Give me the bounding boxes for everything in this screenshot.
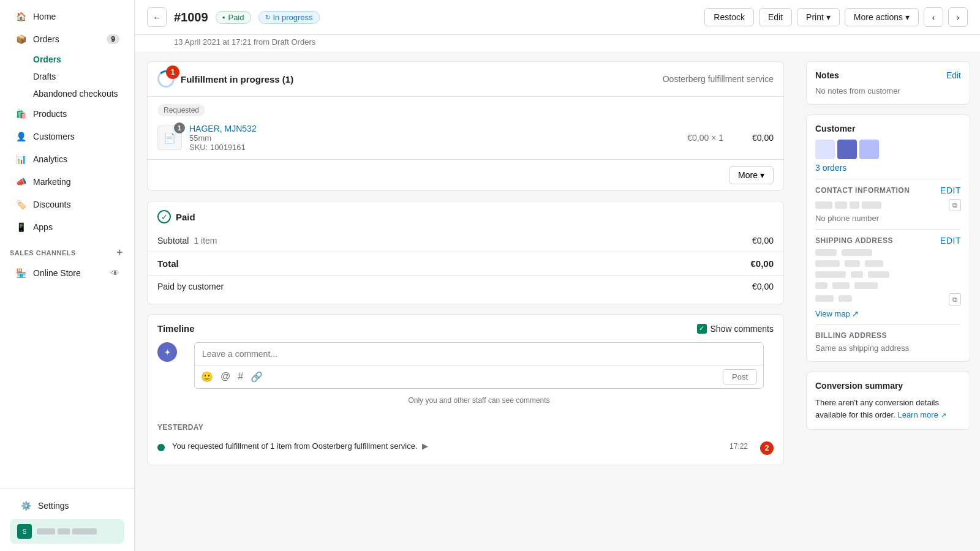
orders-submenu: Orders Drafts Abandoned checkouts bbox=[0, 51, 134, 102]
total-spacer bbox=[179, 258, 751, 269]
shipping-subtitle: SHIPPING ADDRESS bbox=[815, 236, 893, 245]
product-total: €0,00 bbox=[731, 133, 774, 143]
conversion-card: Conversion summary There aren't any conv… bbox=[806, 372, 970, 430]
product-name-link[interactable]: HAGER, MJN532 bbox=[189, 124, 257, 133]
paid-by-label: Paid by customer bbox=[157, 282, 224, 291]
timeline-entry-1-line bbox=[157, 441, 165, 451]
order-number: #1009 bbox=[174, 10, 208, 24]
sidebar-item-products[interactable]: 🛍️ Products bbox=[5, 103, 129, 125]
emoji-icon[interactable]: 🙂 bbox=[201, 371, 213, 383]
sidebar-item-analytics[interactable]: 📊 Analytics bbox=[5, 148, 129, 170]
sidebar-item-apps[interactable]: 📱 Apps bbox=[5, 216, 129, 238]
content-area: 1 Fulfillment in progress (1) Oosterberg… bbox=[135, 51, 980, 551]
total-value: €0,00 bbox=[750, 258, 774, 269]
paid-by-row: Paid by customer €0,00 bbox=[148, 275, 783, 295]
show-comments-checkbox[interactable]: ✓ bbox=[697, 324, 707, 334]
contact-email-row: ⧉ bbox=[815, 199, 961, 211]
main-column: 1 Fulfillment in progress (1) Oosterberg… bbox=[135, 51, 796, 551]
edit-button[interactable]: Edit bbox=[759, 8, 792, 26]
billing-title: BILLING ADDRESS bbox=[815, 331, 887, 340]
view-map-link[interactable]: View map ↗ bbox=[815, 309, 961, 318]
addr-blur-13 bbox=[839, 295, 852, 302]
notes-empty: No notes from customer bbox=[815, 86, 961, 96]
contact-edit-button[interactable]: Edit bbox=[940, 186, 961, 195]
sidebar-item-customers[interactable]: 👤 Customers bbox=[5, 126, 129, 148]
copy-address-button[interactable]: ⧉ bbox=[949, 293, 961, 305]
paid-header: ✓ Paid bbox=[148, 201, 783, 232]
conversion-title: Conversion summary bbox=[815, 381, 903, 391]
more-button[interactable]: More ▾ bbox=[729, 166, 774, 184]
timeline-header: Timeline ✓ Show comments bbox=[148, 315, 783, 342]
contact-subtitle: CONTACT INFORMATION bbox=[815, 186, 910, 195]
timeline-notification-badge: 2 bbox=[760, 441, 774, 455]
customer-avatar-2 bbox=[837, 140, 857, 159]
addr-blur-8 bbox=[868, 271, 889, 278]
sidebar-item-settings[interactable]: ⚙️ Settings bbox=[10, 495, 124, 517]
main-content: ← #1009 Paid In progress Restock Edit Pr… bbox=[135, 0, 980, 551]
attachment-icon[interactable]: 🔗 bbox=[251, 371, 263, 383]
product-thumb-icon: 📄 bbox=[164, 132, 176, 144]
addr-blur-2 bbox=[842, 249, 872, 256]
shipping-edit-button[interactable]: Edit bbox=[940, 236, 961, 246]
email-blur-2 bbox=[835, 201, 847, 209]
sidebar-nav: 🏠 Home 📦 Orders 9 Orders Drafts Abandone… bbox=[0, 0, 134, 489]
divider-2 bbox=[815, 229, 961, 230]
sidebar-subitem-abandoned[interactable]: Abandoned checkouts bbox=[28, 85, 134, 102]
addr-blur-4 bbox=[845, 260, 860, 267]
next-order-button[interactable]: › bbox=[948, 7, 968, 27]
sidebar-item-online-store[interactable]: 🏪 Online Store 👁 bbox=[5, 262, 129, 284]
sidebar-item-discounts[interactable]: 🏷️ Discounts bbox=[5, 193, 129, 216]
paid-by-spacer bbox=[224, 282, 752, 291]
contact-email-blurs bbox=[815, 201, 944, 209]
address-line-1 bbox=[815, 249, 961, 258]
sidebar-subitem-orders[interactable]: Orders bbox=[28, 51, 134, 68]
subtotal-row: Subtotal 1 item €0,00 bbox=[148, 232, 783, 249]
sidebar-item-orders[interactable]: 📦 Orders 9 bbox=[5, 28, 129, 50]
comment-input[interactable] bbox=[195, 343, 763, 365]
comment-toolbar: 🙂 @ # 🔗 Post bbox=[195, 365, 763, 388]
timeline-entry-1: You requested fulfillment of 1 item from… bbox=[148, 437, 783, 460]
sidebar-subitem-drafts[interactable]: Drafts bbox=[28, 68, 134, 85]
analytics-icon: 📊 bbox=[15, 153, 27, 165]
more-button-label: More bbox=[738, 170, 758, 180]
copy-email-button[interactable]: ⧉ bbox=[949, 199, 961, 211]
print-button[interactable]: Print ▾ bbox=[797, 8, 840, 26]
total-label: Total bbox=[157, 258, 179, 269]
header-actions: Restock Edit Print ▾ More actions ▾ ‹ › bbox=[704, 7, 968, 27]
address-line-3 bbox=[815, 271, 961, 280]
back-button[interactable]: ← bbox=[147, 7, 167, 27]
show-comments-toggle[interactable]: ✓ Show comments bbox=[697, 324, 774, 334]
subtotal-label: Subtotal bbox=[157, 236, 189, 246]
more-chevron-icon: ▾ bbox=[760, 170, 764, 180]
product-variant: 55mm bbox=[189, 133, 680, 143]
hashtag-icon[interactable]: # bbox=[238, 371, 243, 383]
product-row: 📄 1 HAGER, MJN532 55mm SKU: 10019161 €0,… bbox=[148, 116, 783, 159]
learn-more-link[interactable]: Learn more bbox=[897, 410, 938, 419]
customer-orders-link[interactable]: 3 orders bbox=[815, 163, 846, 173]
timeline-title: Timeline bbox=[157, 323, 195, 334]
mention-icon[interactable]: @ bbox=[221, 371, 230, 383]
marketing-icon: 📣 bbox=[15, 176, 27, 188]
page-header: ← #1009 Paid In progress Restock Edit Pr… bbox=[135, 0, 980, 35]
notes-edit-button[interactable]: Edit bbox=[946, 70, 961, 80]
restock-button[interactable]: Restock bbox=[704, 8, 754, 26]
timeline-section-yesterday: YESTERDAY bbox=[148, 418, 783, 437]
sidebar-item-marketing[interactable]: 📣 Marketing bbox=[5, 171, 129, 193]
customer-avatar-3 bbox=[859, 140, 879, 159]
sidebar-item-home[interactable]: 🏠 Home bbox=[5, 6, 129, 28]
entry1-expand-icon[interactable]: ▶ bbox=[422, 441, 428, 451]
prev-order-button[interactable]: ‹ bbox=[924, 7, 943, 27]
addr-blur-5 bbox=[865, 260, 883, 267]
add-sales-channel-button[interactable]: ＋ bbox=[115, 246, 125, 259]
sidebar-item-label: Customers bbox=[33, 132, 119, 141]
fulfillment-notification-badge: 1 bbox=[166, 66, 179, 79]
online-store-icon: 🏪 bbox=[15, 267, 27, 279]
online-store-visibility-icon[interactable]: 👁 bbox=[111, 268, 119, 278]
divider-1 bbox=[815, 179, 961, 179]
sidebar-item-label: Discounts bbox=[33, 200, 119, 209]
billing-subtitle: BILLING ADDRESS bbox=[815, 331, 961, 340]
post-button[interactable]: Post bbox=[723, 369, 757, 384]
more-actions-button[interactable]: More actions ▾ bbox=[845, 8, 919, 26]
store-name-blur2 bbox=[58, 528, 70, 534]
timeline-entry-1-text: You requested fulfillment of 1 item from… bbox=[172, 441, 748, 451]
